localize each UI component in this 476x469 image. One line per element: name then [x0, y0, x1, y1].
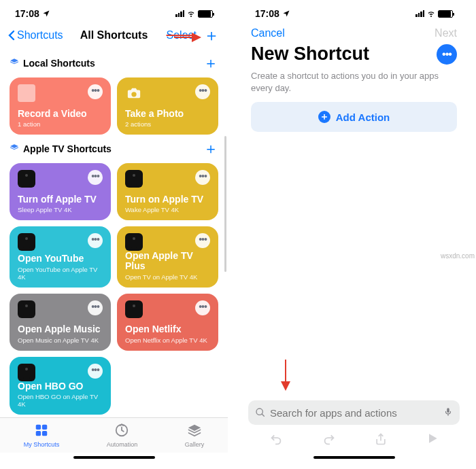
tab-automation[interactable]: Automation — [107, 423, 138, 448]
card-title: Open HBO GO — [18, 381, 103, 392]
svg-rect-16 — [36, 431, 41, 436]
back-button[interactable]: Shortcuts — [8, 29, 63, 41]
wifi-icon — [186, 10, 197, 18]
undo-button[interactable] — [269, 432, 284, 450]
svg-point-5 — [25, 237, 28, 240]
plus-circle-icon: ＋ — [318, 111, 330, 123]
card-subtitle: Wake Apple TV 4K — [125, 206, 210, 213]
card-more-icon[interactable]: ••• — [88, 233, 103, 248]
svg-point-9 — [25, 305, 28, 307]
cancel-button[interactable]: Cancel — [251, 27, 285, 39]
battery-icon — [438, 10, 453, 18]
remote-icon — [18, 170, 35, 188]
card-title: Turn on Apple TV — [125, 194, 210, 205]
section-add-button[interactable]: ＋ — [203, 53, 218, 73]
card-subtitle: 2 actions — [125, 120, 210, 128]
search-bar[interactable] — [248, 400, 460, 425]
card-open-youtube[interactable]: ••• Open YouTubeOpen YouTube on Apple TV… — [10, 226, 111, 288]
card-more-icon[interactable]: ••• — [88, 84, 103, 99]
add-action-button[interactable]: ＋ Add Action — [251, 102, 457, 132]
share-button[interactable] — [374, 432, 388, 450]
section-add-button[interactable]: ＋ — [203, 139, 218, 159]
section-title: Apple TV Shortcuts — [23, 143, 112, 154]
svg-point-11 — [133, 305, 135, 307]
run-button[interactable] — [426, 432, 439, 450]
page-title: New Shortcut — [251, 44, 369, 65]
nav-bar: Shortcuts All Shortcuts Select ＋ — [0, 24, 228, 49]
ellipsis-icon: ••• — [442, 48, 452, 60]
card-open-netflix[interactable]: ••• Open NetlifxOpen Netflix on Apple TV… — [117, 294, 218, 351]
card-more-icon[interactable]: ••• — [195, 233, 210, 248]
card-title: Turn off Apple TV — [18, 194, 103, 205]
card-more-icon[interactable]: ••• — [88, 170, 103, 185]
chevron-left-icon — [8, 30, 15, 41]
camera-icon — [125, 84, 143, 102]
card-more-icon[interactable]: ••• — [88, 364, 103, 379]
status-bar: 17:08 — [240, 0, 468, 24]
remote-icon — [18, 364, 35, 381]
card-subtitle: 1 action — [18, 120, 103, 128]
card-more-icon[interactable]: ••• — [88, 300, 103, 315]
svg-rect-15 — [42, 425, 47, 430]
svg-point-7 — [133, 237, 135, 240]
watermark: wsxdn.com — [441, 252, 475, 260]
status-bar: 17:08 — [0, 0, 228, 24]
redo-button[interactable] — [322, 432, 337, 450]
card-subtitle: Open HBO GO on Apple TV 4K — [18, 393, 103, 408]
card-take-photo[interactable]: ••• Take a Photo 2 actions — [117, 77, 218, 135]
phone-shortcuts-list: 17:08 Shortcuts All Shortcuts Select ＋ — [0, 0, 228, 462]
svg-point-13 — [25, 368, 28, 370]
card-subtitle: Open TV on Apple TV 4K — [125, 273, 210, 281]
status-time: 17:08 — [255, 8, 279, 19]
svg-rect-14 — [36, 425, 41, 430]
svg-rect-17 — [42, 431, 47, 436]
add-action-label: Add Action — [336, 111, 390, 123]
section-local-shortcuts: Local Shortcuts ＋ — [10, 49, 218, 77]
wifi-icon — [426, 10, 437, 18]
search-input[interactable] — [270, 407, 439, 419]
remote-icon — [18, 300, 35, 318]
svg-rect-20 — [447, 408, 449, 413]
tab-bar: My Shortcuts Automation Gallery — [0, 417, 228, 453]
nav-bar: Cancel Next — [240, 24, 468, 42]
card-more-icon[interactable]: ••• — [195, 300, 210, 315]
back-label: Shortcuts — [17, 29, 63, 41]
home-indicator[interactable] — [0, 453, 228, 462]
card-turn-on-apple-tv[interactable]: ••• Turn on Apple TVWake Apple TV 4K — [117, 163, 218, 220]
svg-point-3 — [133, 174, 135, 177]
shortcut-options-button[interactable]: ••• — [437, 44, 457, 65]
tab-gallery[interactable]: Gallery — [185, 423, 205, 448]
next-button[interactable]: Next — [435, 27, 457, 39]
search-icon — [255, 407, 266, 418]
tab-label: Gallery — [185, 441, 205, 448]
card-subtitle: Open YouTube on Apple TV 4K — [18, 266, 103, 281]
subtitle-text: Create a shortcut to actions you do in y… — [240, 66, 468, 102]
card-more-icon[interactable]: ••• — [195, 170, 210, 185]
microphone-icon[interactable] — [443, 406, 453, 420]
card-subtitle: Open Netflix on Apple TV 4K — [125, 336, 210, 344]
editor-toolbar — [240, 428, 468, 453]
scroll-indicator[interactable] — [224, 136, 226, 272]
remote-icon — [125, 170, 143, 188]
cellular-icon — [415, 10, 424, 17]
tab-my-shortcuts[interactable]: My Shortcuts — [24, 423, 60, 448]
card-turn-off-apple-tv[interactable]: ••• Turn off Apple TVSleep Apple TV 4K — [10, 163, 111, 220]
page-title: All Shortcuts — [80, 29, 148, 41]
annotation-arrow-icon — [174, 37, 200, 38]
card-open-hbo-go[interactable]: ••• Open HBO GOOpen HBO GO on Apple TV 4… — [10, 357, 111, 415]
status-time: 17:08 — [15, 8, 39, 19]
home-indicator[interactable] — [240, 453, 468, 462]
remote-icon — [125, 233, 143, 251]
cellular-icon — [175, 10, 184, 17]
add-shortcut-button[interactable]: ＋ — [203, 27, 220, 44]
card-title: Record a Video — [18, 109, 103, 119]
card-subtitle: Sleep Apple TV 4K — [18, 206, 103, 213]
card-open-apple-tv-plus[interactable]: ••• Open Apple TV PlusOpen TV on Apple T… — [117, 226, 218, 288]
tab-label: Automation — [107, 441, 138, 448]
card-open-apple-music[interactable]: ••• Open Apple MusicOpen Music on Apple … — [10, 294, 111, 351]
svg-point-1 — [25, 174, 28, 177]
remote-icon — [18, 233, 35, 251]
card-more-icon[interactable]: ••• — [195, 84, 210, 99]
phone-new-shortcut: 17:08 Cancel Next New Shortcut ••• Creat… — [240, 0, 468, 462]
card-record-video[interactable]: ••• Record a Video 1 action — [10, 77, 111, 135]
